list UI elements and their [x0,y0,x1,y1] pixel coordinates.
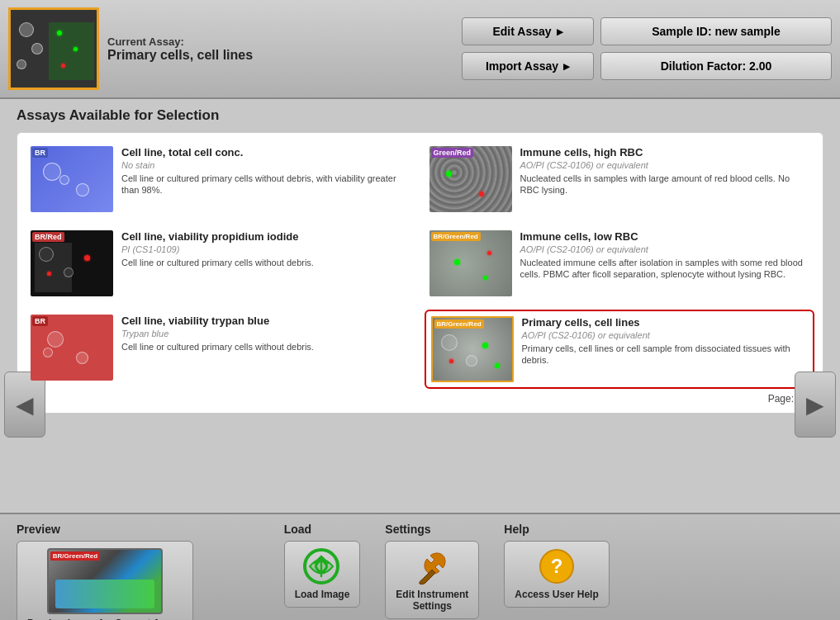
preview-section: Preview BR/Green/Red Preview Image for C… [17,523,193,620]
right-arrow-icon: ▶ [806,391,824,419]
sample-id-button[interactable]: Sample ID: new sample [600,17,832,45]
help-section: Help ? Access User Help [504,523,609,608]
assay-title-br-trypan: Cell line, viability trypan blue [121,315,411,327]
footer: Preview BR/Green/Red Preview Image for C… [0,513,840,620]
preview-button[interactable]: BR/Green/Red Preview Image for Current A… [17,541,193,620]
assay-thumbnail: BR/Green/Red [8,7,99,90]
import-assay-button[interactable]: Import Assay [462,52,594,80]
thumb-label-br-red: BR/Red [32,232,64,242]
assay-grid: BR Cell line, total cell conc. No stain … [26,141,814,389]
dilution-factor-button[interactable]: Dilution Factor: 2.00 [600,52,832,80]
settings-icon [414,548,451,585]
header-buttons: Edit Assay Sample ID: new sample Import … [462,17,832,80]
thumb-label-br-green-red: BR/Green/Red [431,232,481,241]
load-icon [303,548,340,585]
assay-grid-container: BR Cell line, total cell conc. No stain … [17,132,823,414]
assay-thumb-primary: BR/Green/Red [431,316,514,382]
assay-desc-br-total: Cell line or cultured primary cells with… [121,173,411,196]
assay-info-green-red: Immune cells, high RBC AO/PI (CS2-0106) … [520,146,810,196]
help-btn-label: Access User Help [515,589,598,600]
assay-thumb-br-total: BR [31,146,113,212]
nav-arrow-right[interactable]: ▶ [795,372,836,438]
assay-desc-primary: Primary cells, cell lines or cell sample… [522,343,809,367]
help-icon: ? [539,548,576,585]
assay-desc-br-trypan: Cell line or cultured primary cells with… [121,341,411,353]
current-assay-box: BR/Green/Red Current Assay: Primary cell… [8,7,253,90]
assay-card-br-trypan[interactable]: BR Cell line, viability trypan blue Tryp… [26,310,416,389]
assay-info-br-total: Cell line, total cell conc. No stain Cel… [121,146,411,196]
assay-card-br-total[interactable]: BR Cell line, total cell conc. No stain … [26,141,416,217]
load-image-button[interactable]: Load Image [284,541,361,608]
header-top-row: Edit Assay Sample ID: new sample [462,17,832,45]
thumb-label-br-trypan: BR [32,316,48,326]
assays-section-title: Assays Available for Selection [17,107,823,124]
load-section-title: Load [284,523,311,536]
assay-thumb-br-red: BR/Red [31,230,113,296]
thumb-label-primary: BR/Green/Red [434,319,484,329]
assay-stain-br-red: PI (CS1-0109) [121,244,411,254]
assay-grid-wrapper: ◀ BR Cell line, total cell conc. [17,132,823,414]
main-content: Assays Available for Selection ◀ BR [0,99,840,422]
current-assay-name: Primary cells, cell lines [107,48,253,63]
thumb-label-br-total: BR [32,148,48,158]
assay-stain-br-total: No stain [121,160,411,170]
preview-section-title: Preview [17,523,60,536]
header-bottom-row: Import Assay Dilution Factor: 2.00 [462,52,832,80]
assay-info-primary: Primary cells, cell lines AO/PI (CS2-010… [522,316,809,367]
settings-btn-label: Edit InstrumentSettings [396,589,468,612]
page-indicator: Page: 1/2 [26,393,814,405]
assay-thumb-green-red: Green/Red [429,146,512,212]
help-section-title: Help [504,523,529,536]
assay-thumb-br-trypan: BR [31,315,113,381]
left-arrow-icon: ◀ [16,391,34,419]
preview-label: BR/Green/Red [50,551,100,561]
assay-card-green-red[interactable]: Green/Red Immune cells, high RBC AO/PI (… [425,141,815,217]
settings-section-title: Settings [385,523,430,536]
assay-title-br-red: Cell line, viability propidium iodide [121,230,411,243]
svg-text:?: ? [550,555,562,577]
assay-card-br-red[interactable]: BR/Red Cell line, viability propidium io… [26,225,416,301]
assay-card-br-green-red[interactable]: BR/Green/Red Immune cells, low RBC AO/PI… [425,225,815,301]
assay-stain-br-trypan: Trypan blue [121,329,411,338]
current-assay-text: Current Assay: Primary cells, cell lines [107,35,253,63]
assay-desc-br-green-red: Nucleated immune cells after isolation i… [520,257,810,281]
assay-title-primary: Primary cells, cell lines [522,316,809,329]
assay-card-primary[interactable]: BR/Green/Red Primary cells, cell lines A… [425,310,815,389]
assay-info-br-red: Cell line, viability propidium iodide PI… [121,230,411,268]
settings-button[interactable]: Edit InstrumentSettings [385,541,479,619]
assay-stain-green-red: AO/PI (CS2-0106) or equivalent [520,160,810,170]
load-btn-label: Load Image [295,589,350,600]
assay-title-green-red: Immune cells, high RBC [520,146,810,159]
assay-stain-primary: AO/PI (CS2-0106) or equivalent [522,330,809,340]
current-assay-title: Current Assay: [107,35,253,48]
assay-stain-br-green-red: AO/PI (CS2-0106) or equivalent [520,244,810,254]
thumb-label-green-red: Green/Red [431,148,474,158]
header: BR/Green/Red Current Assay: Primary cell… [0,0,840,99]
assay-desc-green-red: Nucleated cells in samples with large am… [520,173,810,196]
nav-arrow-left[interactable]: ◀ [4,372,45,438]
load-section: Load Load Image [284,523,361,608]
assay-thumb-br-green-red: BR/Green/Red [429,230,512,296]
help-button[interactable]: ? Access User Help [504,541,609,608]
assay-title-br-green-red: Immune cells, low RBC [520,230,810,243]
preview-image: BR/Green/Red [47,548,163,614]
edit-assay-button[interactable]: Edit Assay [462,17,594,45]
settings-section: Settings Edit InstrumentSettings [385,523,479,619]
assay-title-br-total: Cell line, total cell conc. [121,146,411,159]
assay-info-br-trypan: Cell line, viability trypan blue Trypan … [121,315,411,353]
assay-desc-br-red: Cell line or cultured primary cells with… [121,257,411,268]
assay-info-br-green-red: Immune cells, low RBC AO/PI (CS2-0106) o… [520,230,810,281]
